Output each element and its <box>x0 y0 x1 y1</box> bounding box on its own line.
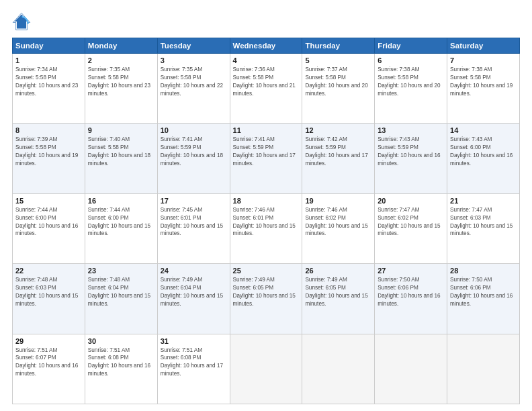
calendar-cell: 22Sunrise: 7:48 AMSunset: 6:03 PMDayligh… <box>13 264 85 334</box>
day-info: Sunrise: 7:43 AMSunset: 5:59 PMDaylight:… <box>378 136 444 168</box>
calendar-cell: 30Sunrise: 7:51 AMSunset: 6:08 PMDayligh… <box>85 334 157 404</box>
day-info: Sunrise: 7:39 AMSunset: 5:58 PMDaylight:… <box>15 136 82 168</box>
calendar-cell: 17Sunrise: 7:45 AMSunset: 6:01 PMDayligh… <box>157 193 230 263</box>
calendar-cell: 15Sunrise: 7:44 AMSunset: 6:00 PMDayligh… <box>13 193 85 263</box>
calendar-cell: 6Sunrise: 7:38 AMSunset: 5:58 PMDaylight… <box>375 54 447 124</box>
day-number: 23 <box>88 267 154 275</box>
calendar-cell: 21Sunrise: 7:47 AMSunset: 6:03 PMDayligh… <box>447 193 520 263</box>
calendar-cell: 7Sunrise: 7:38 AMSunset: 5:58 PMDaylight… <box>447 54 520 124</box>
day-number: 27 <box>378 267 444 275</box>
day-info: Sunrise: 7:34 AMSunset: 5:58 PMDaylight:… <box>15 66 82 98</box>
header <box>12 12 520 31</box>
day-number: 30 <box>88 337 154 345</box>
day-info: Sunrise: 7:36 AMSunset: 5:58 PMDaylight:… <box>233 66 300 98</box>
day-number: 28 <box>450 267 517 275</box>
calendar-week-4: 22Sunrise: 7:48 AMSunset: 6:03 PMDayligh… <box>13 264 520 334</box>
logo <box>12 12 34 31</box>
day-number: 7 <box>450 56 517 64</box>
calendar-cell: 8Sunrise: 7:39 AMSunset: 5:58 PMDaylight… <box>13 124 85 193</box>
day-info: Sunrise: 7:38 AMSunset: 5:58 PMDaylight:… <box>378 66 444 98</box>
calendar-week-3: 15Sunrise: 7:44 AMSunset: 6:00 PMDayligh… <box>13 193 520 263</box>
day-number: 22 <box>15 267 82 275</box>
calendar-cell: 11Sunrise: 7:41 AMSunset: 5:59 PMDayligh… <box>230 124 302 193</box>
day-number: 15 <box>15 197 82 205</box>
calendar-cell <box>230 334 302 404</box>
calendar-cell: 19Sunrise: 7:46 AMSunset: 6:02 PMDayligh… <box>302 193 375 263</box>
day-number: 14 <box>450 126 517 134</box>
calendar-cell: 5Sunrise: 7:37 AMSunset: 5:58 PMDaylight… <box>302 54 375 124</box>
calendar-cell <box>302 334 375 404</box>
day-number: 1 <box>15 56 82 64</box>
day-info: Sunrise: 7:49 AMSunset: 6:04 PMDaylight:… <box>161 276 227 308</box>
calendar-cell: 31Sunrise: 7:51 AMSunset: 6:08 PMDayligh… <box>157 334 230 404</box>
day-info: Sunrise: 7:48 AMSunset: 6:04 PMDaylight:… <box>88 276 154 308</box>
day-info: Sunrise: 7:45 AMSunset: 6:01 PMDaylight:… <box>161 206 227 238</box>
day-info: Sunrise: 7:49 AMSunset: 6:05 PMDaylight:… <box>305 276 371 308</box>
calendar-cell: 10Sunrise: 7:41 AMSunset: 5:59 PMDayligh… <box>157 124 230 193</box>
day-info: Sunrise: 7:49 AMSunset: 6:05 PMDaylight:… <box>233 276 300 308</box>
day-info: Sunrise: 7:42 AMSunset: 5:59 PMDaylight:… <box>305 136 371 168</box>
day-number: 26 <box>305 267 371 275</box>
calendar-cell: 26Sunrise: 7:49 AMSunset: 6:05 PMDayligh… <box>302 264 375 334</box>
day-info: Sunrise: 7:51 AMSunset: 6:08 PMDaylight:… <box>88 347 154 379</box>
day-info: Sunrise: 7:38 AMSunset: 5:58 PMDaylight:… <box>450 66 517 98</box>
calendar-cell: 25Sunrise: 7:49 AMSunset: 6:05 PMDayligh… <box>230 264 302 334</box>
day-number: 8 <box>15 126 82 134</box>
calendar-cell: 16Sunrise: 7:44 AMSunset: 6:00 PMDayligh… <box>85 193 157 263</box>
day-info: Sunrise: 7:44 AMSunset: 6:00 PMDaylight:… <box>88 206 154 238</box>
day-number: 17 <box>161 197 227 205</box>
calendar-header-sunday: Sunday <box>13 38 85 54</box>
day-number: 4 <box>233 56 300 64</box>
day-info: Sunrise: 7:41 AMSunset: 5:59 PMDaylight:… <box>161 136 227 168</box>
day-number: 31 <box>161 337 227 345</box>
day-number: 11 <box>233 126 300 134</box>
calendar-header-row: SundayMondayTuesdayWednesdayThursdayFrid… <box>13 38 520 54</box>
calendar-cell: 9Sunrise: 7:40 AMSunset: 5:58 PMDaylight… <box>85 124 157 193</box>
calendar-week-1: 1Sunrise: 7:34 AMSunset: 5:58 PMDaylight… <box>13 54 520 124</box>
calendar-cell: 18Sunrise: 7:46 AMSunset: 6:01 PMDayligh… <box>230 193 302 263</box>
calendar-cell: 1Sunrise: 7:34 AMSunset: 5:58 PMDaylight… <box>13 54 85 124</box>
calendar-cell <box>447 334 520 404</box>
day-number: 3 <box>161 56 227 64</box>
calendar-header-friday: Friday <box>375 38 447 54</box>
calendar-cell: 2Sunrise: 7:35 AMSunset: 5:58 PMDaylight… <box>85 54 157 124</box>
calendar-cell <box>375 334 447 404</box>
calendar-cell: 12Sunrise: 7:42 AMSunset: 5:59 PMDayligh… <box>302 124 375 193</box>
day-number: 2 <box>88 56 154 64</box>
day-number: 24 <box>161 267 227 275</box>
day-number: 6 <box>378 56 444 64</box>
calendar-cell: 24Sunrise: 7:49 AMSunset: 6:04 PMDayligh… <box>157 264 230 334</box>
calendar-header-saturday: Saturday <box>447 38 520 54</box>
day-info: Sunrise: 7:35 AMSunset: 5:58 PMDaylight:… <box>88 66 154 98</box>
day-info: Sunrise: 7:48 AMSunset: 6:03 PMDaylight:… <box>15 276 82 308</box>
logo-icon <box>12 12 31 31</box>
day-number: 5 <box>305 56 371 64</box>
day-number: 25 <box>233 267 300 275</box>
day-number: 13 <box>378 126 444 134</box>
day-number: 9 <box>88 126 154 134</box>
day-info: Sunrise: 7:37 AMSunset: 5:58 PMDaylight:… <box>305 66 371 98</box>
day-info: Sunrise: 7:41 AMSunset: 5:59 PMDaylight:… <box>233 136 300 168</box>
calendar-header-tuesday: Tuesday <box>157 38 230 54</box>
day-info: Sunrise: 7:47 AMSunset: 6:02 PMDaylight:… <box>378 206 444 238</box>
calendar-cell: 14Sunrise: 7:43 AMSunset: 6:00 PMDayligh… <box>447 124 520 193</box>
day-number: 20 <box>378 197 444 205</box>
day-number: 12 <box>305 126 371 134</box>
day-info: Sunrise: 7:46 AMSunset: 6:01 PMDaylight:… <box>233 206 300 238</box>
calendar-cell: 28Sunrise: 7:50 AMSunset: 6:06 PMDayligh… <box>447 264 520 334</box>
day-info: Sunrise: 7:35 AMSunset: 5:58 PMDaylight:… <box>161 66 227 98</box>
calendar-cell: 27Sunrise: 7:50 AMSunset: 6:06 PMDayligh… <box>375 264 447 334</box>
calendar-header-monday: Monday <box>85 38 157 54</box>
day-number: 18 <box>233 197 300 205</box>
day-info: Sunrise: 7:51 AMSunset: 6:08 PMDaylight:… <box>161 347 227 379</box>
calendar-header-wednesday: Wednesday <box>230 38 302 54</box>
calendar-cell: 13Sunrise: 7:43 AMSunset: 5:59 PMDayligh… <box>375 124 447 193</box>
day-info: Sunrise: 7:44 AMSunset: 6:00 PMDaylight:… <box>15 206 82 238</box>
day-number: 16 <box>88 197 154 205</box>
day-number: 10 <box>161 126 227 134</box>
day-number: 29 <box>15 337 82 345</box>
calendar-cell: 20Sunrise: 7:47 AMSunset: 6:02 PMDayligh… <box>375 193 447 263</box>
calendar-table: SundayMondayTuesdayWednesdayThursdayFrid… <box>12 38 520 404</box>
day-number: 21 <box>450 197 517 205</box>
calendar-cell: 29Sunrise: 7:51 AMSunset: 6:07 PMDayligh… <box>13 334 85 404</box>
